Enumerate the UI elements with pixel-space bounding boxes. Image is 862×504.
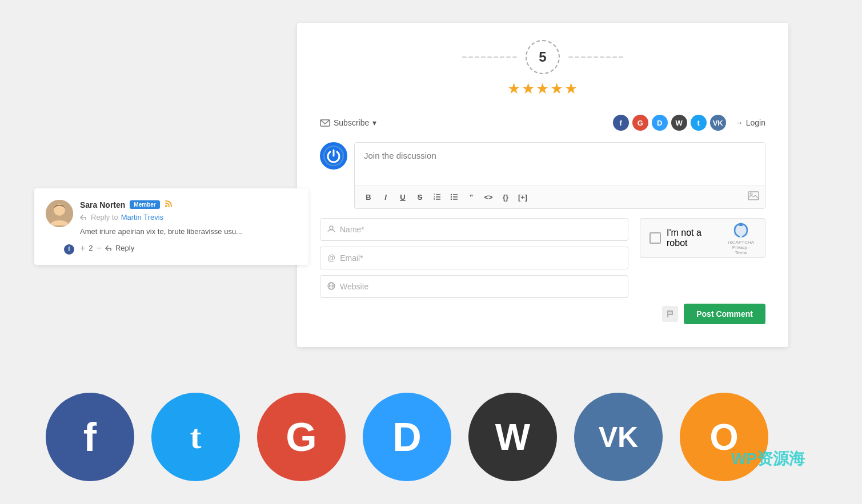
disqus-letter: D [392, 414, 422, 460]
flag-icon[interactable] [662, 306, 678, 322]
comment-avatar [46, 200, 73, 227]
bold-button[interactable]: B [360, 189, 376, 205]
comment-item: f Sara Norten Member Rep [46, 200, 297, 253]
facebook-login-icon[interactable]: f [613, 115, 629, 131]
reply-icon [105, 245, 113, 252]
upvote-button[interactable]: + [80, 243, 85, 253]
captcha-box: I'm not a robot reCAPTCHA Privacy - Term… [640, 218, 765, 258]
comment-form-area: B I U S 1 2 3 [354, 142, 765, 209]
strikethrough-button[interactable]: S [412, 189, 428, 205]
chevron-icon: ▾ [372, 118, 376, 127]
ol-button[interactable]: 1 2 3 [429, 189, 445, 205]
wordpress-big-icon[interactable]: W [468, 393, 557, 481]
watermark: WP资源海 [731, 448, 805, 470]
recaptcha-icon [732, 221, 750, 240]
ul-icon [450, 193, 458, 201]
email-input[interactable] [340, 253, 621, 263]
downvote-button[interactable]: − [97, 243, 102, 253]
name-input[interactable] [340, 225, 621, 234]
ol-icon: 1 2 3 [433, 193, 441, 201]
image-button[interactable] [748, 191, 759, 203]
svg-point-13 [451, 199, 452, 200]
captcha-checkbox[interactable] [649, 232, 661, 244]
toolbar-left: B I U S 1 2 3 [360, 189, 531, 205]
comment-content: Sara Norten Member Reply to Martin Trevi… [80, 200, 297, 253]
underline-button[interactable]: U [395, 189, 411, 205]
svg-point-23 [54, 204, 65, 216]
comment-panel: f Sara Norten Member Rep [34, 188, 308, 265]
braces-button[interactable]: {} [498, 189, 514, 205]
reply-label: Reply [115, 244, 134, 252]
captcha-logo: reCAPTCHA Privacy - Terms [727, 221, 756, 255]
quote-button[interactable]: " [463, 189, 479, 205]
rating-value: 5 [539, 49, 546, 65]
website-input-wrapper [320, 275, 628, 298]
vote-count: 2 [89, 244, 93, 252]
google-big-icon[interactable]: G [257, 393, 346, 481]
vk-big-icon[interactable]: VK [574, 393, 663, 481]
svg-point-16 [330, 226, 333, 229]
svg-rect-14 [748, 192, 759, 200]
ul-button[interactable] [446, 189, 462, 205]
subscribe-button[interactable]: Subscribe ▾ [320, 118, 376, 127]
rating-wrapper: 5 [462, 40, 623, 74]
rating-circle: 5 [526, 40, 560, 74]
plus-button[interactable]: [+] [515, 189, 531, 205]
rating-section: 5 ★★★★★ [320, 40, 765, 98]
form-fields-row: @ I'm not a robot [320, 218, 765, 298]
dashes-right [568, 57, 623, 58]
disqus-big-icon[interactable]: D [363, 393, 451, 481]
twitter-big-icon[interactable]: t [151, 393, 240, 481]
facebook-letter: f [83, 414, 97, 460]
email-icon: @ [327, 253, 335, 263]
login-label: Login [746, 118, 765, 127]
vk-letter: VK [599, 421, 638, 454]
captcha-label: I'm not a robot [667, 228, 721, 248]
disqus-login-icon[interactable]: D [652, 115, 668, 131]
twitter-login-icon[interactable]: t [691, 115, 707, 131]
name-input-wrapper [320, 218, 628, 241]
comment-form-row: B I U S 1 2 3 [320, 142, 765, 209]
bottom-social-icons: f t G D W VK O [46, 393, 768, 481]
social-login-icons: f G D W t VK [613, 115, 726, 131]
svg-point-11 [451, 194, 452, 195]
toolbar-right [748, 191, 759, 203]
reply-button[interactable]: Reply [105, 244, 134, 252]
svg-text:3: 3 [434, 197, 435, 200]
right-actions: f G D W t VK → Login [613, 115, 765, 131]
image-icon [748, 191, 759, 200]
google-letter: G [286, 414, 316, 460]
comment-avatar-wrapper: f [46, 200, 73, 253]
user-avatar [320, 142, 347, 170]
twitter-letter: t [190, 417, 202, 457]
italic-button[interactable]: I [378, 189, 394, 205]
code-button[interactable]: <> [480, 189, 496, 205]
website-icon [327, 282, 335, 292]
captcha-terms: Privacy - Terms [727, 245, 756, 255]
vk-login-icon[interactable]: VK [710, 115, 726, 131]
avatar-icon [323, 146, 344, 166]
reply-to-name[interactable]: Martin Trevis [121, 213, 163, 221]
discussion-textarea[interactable] [355, 143, 765, 183]
rss-icon[interactable] [165, 200, 173, 209]
reply-to-label: Reply to [91, 213, 118, 221]
comment-author: Sara Norten [80, 200, 125, 209]
website-input[interactable] [340, 282, 621, 291]
wordpress-login-icon[interactable]: W [671, 115, 687, 131]
google-login-icon[interactable]: G [632, 115, 648, 131]
fields-left: @ [320, 218, 628, 298]
stars: ★★★★★ [507, 80, 579, 98]
svg-point-24 [165, 205, 167, 207]
login-button[interactable]: → Login [735, 118, 765, 127]
member-badge: Member [130, 200, 159, 209]
login-arrow-icon: → [735, 118, 743, 127]
post-row: Post Comment [320, 304, 765, 324]
svg-point-12 [451, 196, 452, 197]
subscribe-label: Subscribe [334, 118, 369, 127]
captcha-brand: reCAPTCHA [728, 240, 754, 245]
action-bar: Subscribe ▾ f G D W t VK → Login [320, 115, 765, 131]
reply-arrow-icon [80, 214, 88, 221]
facebook-big-icon[interactable]: f [46, 393, 134, 481]
dashes-left [462, 57, 517, 58]
post-comment-button[interactable]: Post Comment [684, 304, 765, 324]
